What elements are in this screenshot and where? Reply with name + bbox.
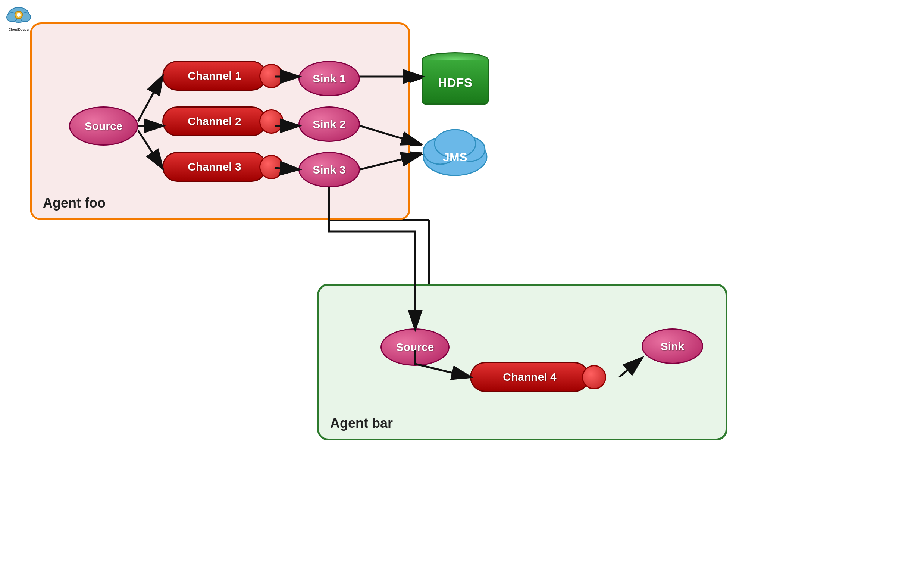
sink-bar-ellipse: Sink [641,328,703,364]
sink-2-ellipse: Sink 2 [298,106,360,142]
svg-text:CloudDuggu: CloudDuggu [9,28,29,31]
hdfs-body: HDFS [422,60,489,104]
channel-3-knob [259,155,284,179]
hdfs-label: HDFS [438,75,473,90]
channel-1-label: Channel 1 [188,69,241,82]
agent-foo-label: Agent foo [43,195,105,211]
source-bar-label: Source [396,341,434,354]
channel-4: Channel 4 [470,362,606,392]
agent-bar-label: Agent bar [330,415,393,431]
channel-1: Channel 1 [162,61,284,91]
channel-2-label: Channel 2 [188,115,241,128]
source-foo-ellipse: Source [69,106,138,146]
channel-4-label: Channel 4 [503,371,556,383]
channel-4-knob [582,365,606,389]
source-foo-label: Source [85,120,123,133]
hdfs-shape: HDFS [422,52,489,104]
source-bar-ellipse: Source [380,328,449,366]
channel-2: Channel 2 [162,106,284,136]
jms-cloud: JMS [418,120,492,181]
channel-2-knob [259,109,284,133]
logo: CloudDuggu [4,4,34,34]
channel-3: Channel 3 [162,152,284,182]
sink-1-ellipse: Sink 1 [298,61,360,96]
sink-1-label: Sink 1 [313,72,345,85]
channel-3-label: Channel 3 [188,161,241,173]
sink-3-ellipse: Sink 3 [298,152,360,187]
channel-1-knob [259,64,284,88]
svg-text:JMS: JMS [443,150,467,164]
sink-bar-label: Sink [661,340,684,353]
svg-point-20 [17,13,20,17]
sink-3-label: Sink 3 [313,164,345,176]
sink-2-label: Sink 2 [313,118,345,131]
